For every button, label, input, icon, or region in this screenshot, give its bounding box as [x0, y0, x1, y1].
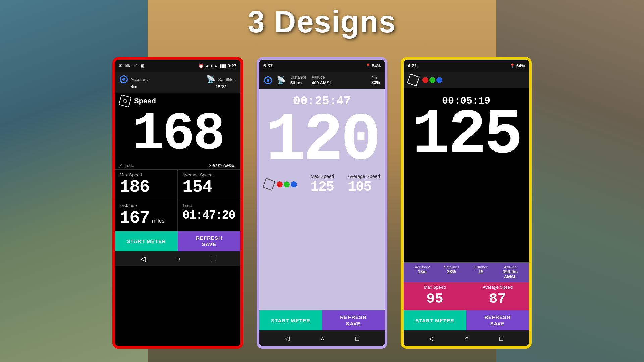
accuracy-label: Accuracy — [130, 77, 148, 82]
distance-unit-1: miles — [152, 218, 164, 224]
speed-big-3: 125 — [412, 107, 521, 164]
back-icon-1[interactable]: ◁ — [141, 255, 146, 263]
satellites-value: 15/22 — [216, 84, 227, 89]
altitude-label-1: Altitude — [120, 163, 134, 168]
accuracy-value: 4m — [131, 84, 137, 89]
signal-icon: ▲▲▲ — [205, 63, 218, 68]
recent-icon-1[interactable]: □ — [211, 255, 215, 263]
p3-speed-stats: Max Speed 95 Average Speed 87 — [404, 282, 529, 310]
avg-speed-cell: Average Speed 154 — [178, 170, 240, 200]
status-bar-1: ✉ 168 km/h ▣ ⏰ ▲▲▲ ▮▮▮ 3:27 — [115, 60, 240, 72]
avg-speed-val-3: 87 — [471, 291, 524, 307]
start-meter-btn-3[interactable]: START METER — [404, 310, 466, 330]
dist-val-3: 15 — [467, 269, 495, 274]
start-meter-btn-2[interactable]: START METER — [259, 310, 322, 330]
refresh-save-btn-3[interactable]: REFRESHSAVE — [466, 310, 529, 330]
avg-speed-cell-3: Average Speed 87 — [466, 282, 529, 310]
acc-val-3: 13m — [408, 269, 436, 274]
altitude-value-1: 240 m AMSL — [209, 163, 236, 168]
avg-speed-value: 154 — [182, 177, 212, 197]
altitude-label-2: Altitude — [312, 75, 332, 80]
max-speed-val-2: 125 — [310, 179, 334, 195]
accuracy-item: Accuracy 4m — [120, 75, 148, 89]
distance-label-1: Distance — [120, 203, 173, 208]
p1-header: Accuracy 4m 📡 Satellites 15/22 — [115, 72, 240, 93]
start-meter-btn-1[interactable]: START METER — [115, 231, 178, 251]
dot-blue-3 — [436, 77, 442, 83]
home-icon-3[interactable]: ○ — [465, 335, 469, 342]
back-icon-2[interactable]: ◁ — [285, 334, 290, 342]
distance-cell-1: Distance 167 miles — [115, 200, 178, 231]
refresh-save-btn-1[interactable]: REFRESHSAVE — [178, 231, 240, 251]
phones-row: ✉ 168 km/h ▣ ⏰ ▲▲▲ ▮▮▮ 3:27 — [0, 44, 644, 362]
time-cell-1: Time 01:47:20 — [178, 200, 240, 231]
battery-3: 64% — [516, 63, 525, 68]
alt-label-3: Altitude — [496, 265, 525, 269]
avg-speed-label-3: Average Speed — [471, 285, 524, 290]
stats-grid-1: Max Speed 186 Average Speed 154 Distance… — [115, 169, 240, 231]
mail-icon: ✉ — [119, 63, 122, 68]
location-icon-2: 📍 — [365, 63, 371, 68]
dot-red-2 — [277, 181, 283, 187]
max-speed-label-2: Max Speed — [310, 174, 334, 179]
location-icon-3: 📍 — [509, 63, 515, 68]
nav-bar-2: ◁ ○ □ — [259, 330, 385, 346]
acc-pct-val: 33% — [371, 80, 380, 85]
refresh-save-btn-2[interactable]: REFRESHSAVE — [322, 310, 385, 330]
home-icon-2[interactable]: ○ — [320, 335, 324, 342]
time-value-1: 01:47:20 — [182, 208, 235, 222]
rotate-icon-3 — [407, 74, 420, 86]
phone-1: ✉ 168 km/h ▣ ⏰ ▲▲▲ ▮▮▮ 3:27 — [112, 57, 243, 349]
bottom-buttons-2: START METER REFRESHSAVE — [259, 310, 385, 330]
p2-header: 📡 Distance Altitude 56km 400 AMSL 4m 33% — [259, 72, 385, 89]
satellites-label: Satellites — [218, 77, 236, 82]
sat-label-3: Satellites — [438, 265, 466, 269]
altitude-val-2: 400 AMSL — [312, 80, 332, 85]
time-2-left: 6:37 — [263, 63, 273, 68]
time-label-1: Time — [182, 203, 236, 208]
satellites-item: 📡 Satellites 15/22 — [206, 75, 236, 89]
p3-info-section: Accuracy 13m Satellites 28% Distance 15 … — [404, 262, 529, 282]
max-speed-cell: Max Speed 186 — [115, 170, 178, 200]
phone-1-wrapper: ✉ 168 km/h ▣ ⏰ ▲▲▲ ▮▮▮ 3:27 — [112, 57, 243, 349]
distance-val-2: 56km — [290, 80, 306, 85]
home-icon-1[interactable]: ○ — [176, 255, 180, 263]
alt-val-3: 399.0m AMSL — [496, 269, 525, 279]
dot-red-3 — [422, 77, 428, 83]
sat-val-3: 28% — [438, 269, 466, 274]
satellite-icon: 📡 — [206, 75, 215, 84]
p2-icons — [264, 179, 297, 189]
status-bar-2: 6:37 📍 54% — [259, 60, 385, 72]
recent-icon-3[interactable]: □ — [499, 335, 503, 342]
speed-big-2: 120 — [266, 111, 378, 171]
speed-status: 168 km/h — [124, 64, 138, 68]
p2-main: 00:25:47 120 — [259, 89, 385, 310]
avg-speed-label-2: Average Speed — [348, 174, 380, 179]
max-speed-cell-3: Max Speed 95 — [404, 282, 466, 310]
dist-label-3: Distance — [467, 265, 495, 269]
max-speed-value: 186 — [120, 177, 149, 197]
accuracy-label-2: Distance — [290, 75, 306, 80]
p3-header — [404, 72, 529, 88]
battery-2: 54% — [372, 63, 381, 68]
p2-bottom-stats: Max Speed 125 Average Speed 105 — [259, 171, 385, 195]
nav-bar-1: ◁ ○ □ — [115, 251, 240, 266]
satellites-item-3: Satellites 28% — [438, 265, 466, 279]
avg-speed-val-2: 105 — [348, 179, 380, 195]
max-speed-label-3: Max Speed — [408, 285, 462, 290]
speed-display-1: 168 — [128, 104, 227, 165]
altitude-item-3: Altitude 399.0m AMSL — [496, 265, 525, 279]
bottom-buttons-3: START METER REFRESHSAVE — [404, 310, 529, 330]
back-icon-3[interactable]: ◁ — [429, 334, 434, 342]
status-bar-3: 4:21 📍 64% — [404, 60, 529, 72]
bottom-buttons-1: START METER REFRESHSAVE — [115, 231, 240, 251]
avg-speed-label: Average Speed — [182, 172, 236, 177]
phone-2: 6:37 📍 54% 📡 Distance Altitude 56km — [257, 57, 387, 349]
acc-label-3: Accuracy — [408, 265, 436, 269]
page-title: 3 Designs — [248, 5, 396, 39]
max-speed-label: Max Speed — [120, 172, 173, 177]
phone-3-wrapper: 4:21 📍 64% — [401, 57, 532, 349]
battery-icon: ▮▮▮ — [219, 63, 226, 68]
recent-icon-2[interactable]: □ — [355, 335, 359, 342]
nav-bar-3: ◁ ○ □ — [404, 330, 529, 346]
